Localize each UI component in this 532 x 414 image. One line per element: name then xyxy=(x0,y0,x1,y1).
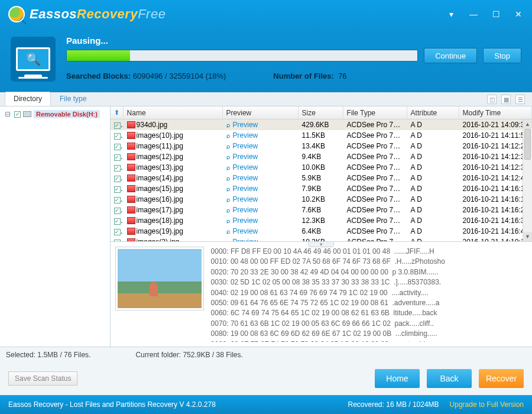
table-row[interactable]: ✓images(12).jpg⌕Preview9.4KBACDSee Pro 7… xyxy=(111,151,532,162)
row-checkbox[interactable]: ✓ xyxy=(114,133,121,140)
recover-button[interactable]: Recover xyxy=(479,369,524,388)
col-type[interactable]: File Type xyxy=(343,106,407,119)
continue-button[interactable]: Continue xyxy=(424,48,477,63)
col-name[interactable]: Name xyxy=(124,106,223,119)
table-row[interactable]: ✓images(13).jpg⌕Preview10.0KBACDSee Pro … xyxy=(111,162,532,173)
row-checkbox[interactable]: ✓ xyxy=(114,229,121,235)
file-name: images(14).jpg xyxy=(137,174,183,182)
action-bar: Save Scan Status Home Back Recover xyxy=(0,362,532,395)
magnify-icon: ⌕ xyxy=(226,164,231,171)
file-attribute: A D xyxy=(407,152,459,161)
file-type: ACDSee Pro 7… xyxy=(343,237,407,241)
scroll-down-icon[interactable]: ▼ xyxy=(523,232,532,241)
preview-link[interactable]: Preview xyxy=(233,216,258,225)
home-button[interactable]: Home xyxy=(375,369,420,388)
tab-directory[interactable]: Directory xyxy=(5,92,51,106)
preview-link[interactable]: Preview xyxy=(233,206,258,214)
close-button[interactable]: ✕ xyxy=(513,10,524,18)
table-row[interactable]: ✓images(18).jpg⌕Preview12.3KBACDSee Pro … xyxy=(111,215,532,226)
table-row[interactable]: ✓images(11).jpg⌕Preview13.4KBACDSee Pro … xyxy=(111,141,532,151)
row-checkbox[interactable]: ✓ xyxy=(114,122,121,129)
tree-root-checkbox[interactable]: ✓ xyxy=(14,111,21,118)
footer-recovered: Recovered: 16 MB / 1024MB xyxy=(348,400,439,409)
table-row[interactable]: ✓images(19).jpg⌕Preview6.4KBACDSee Pro 7… xyxy=(111,226,532,237)
col-preview[interactable]: Preview xyxy=(223,106,299,119)
scroll-thumb[interactable] xyxy=(524,129,531,160)
preview-link[interactable]: Preview xyxy=(233,195,258,203)
preview-link[interactable]: Preview xyxy=(233,163,258,172)
row-checkbox[interactable]: ✓ xyxy=(114,208,121,214)
table-row[interactable]: ✓images(15).jpg⌕Preview7.9KBACDSee Pro 7… xyxy=(111,183,532,194)
col-attr[interactable]: Attribute xyxy=(407,106,459,119)
window-controls: ▾ — ☐ ✕ xyxy=(446,10,524,18)
table-row[interactable]: ✓images(14).jpg⌕Preview5.9KBACDSee Pro 7… xyxy=(111,173,532,183)
maximize-button[interactable]: ☐ xyxy=(491,10,501,18)
file-type: ACDSee Pro 7… xyxy=(343,216,407,225)
row-checkbox[interactable]: ✓ xyxy=(114,165,121,172)
upgrade-link[interactable]: Upgrade to Full Version xyxy=(450,400,524,409)
row-checkbox[interactable]: ✓ xyxy=(114,144,121,150)
preview-link[interactable]: Preview xyxy=(233,121,258,129)
table-row[interactable]: ✓934d0.jpg⌕Preview429.6KBACDSee Pro 7…A … xyxy=(111,119,532,130)
image-file-icon xyxy=(127,143,135,150)
scan-monitor-icon: 🔍 xyxy=(11,37,56,82)
file-type: ACDSee Pro 7… xyxy=(343,163,407,172)
col-size[interactable]: Size xyxy=(299,106,343,119)
stop-button[interactable]: Stop xyxy=(483,48,521,63)
file-name: images(16).jpg xyxy=(137,195,183,203)
preview-link[interactable]: Preview xyxy=(233,174,258,182)
row-checkbox[interactable]: ✓ xyxy=(114,154,121,161)
table-row[interactable]: ✓images(10).jpg⌕Preview11.5KBACDSee Pro … xyxy=(111,130,532,141)
status-current: Current folder: 752.9KB / 38 Files. xyxy=(135,351,242,359)
file-attribute: A D xyxy=(407,163,459,172)
table-row[interactable]: ✓images(17).jpg⌕Preview7.6KBACDSee Pro 7… xyxy=(111,205,532,215)
file-attribute: A D xyxy=(407,195,459,204)
brand-part2: Recovery xyxy=(77,7,138,21)
file-size: 11.5KB xyxy=(299,131,343,140)
file-name: images(10).jpg xyxy=(137,131,183,140)
row-checkbox[interactable]: ✓ xyxy=(114,176,121,182)
app-brand: EassosRecoveryFree xyxy=(30,7,166,22)
view-list[interactable]: ☰ xyxy=(515,95,525,104)
settings-icon[interactable]: ▾ xyxy=(446,10,456,18)
file-mtime: 2016-10-21 14:12:30 xyxy=(459,152,532,161)
file-size: 13.4KB xyxy=(299,141,343,151)
back-button[interactable]: Back xyxy=(427,369,472,388)
preview-link[interactable]: Preview xyxy=(233,153,258,161)
image-file-icon xyxy=(127,196,135,203)
view-large-icons[interactable]: ◫ xyxy=(487,95,497,104)
file-type: ACDSee Pro 7… xyxy=(343,173,407,183)
file-type: ACDSee Pro 7… xyxy=(343,120,407,130)
col-mtime[interactable]: Modify Time xyxy=(459,106,532,119)
brand-part3: Free xyxy=(138,7,166,21)
file-type: ACDSee Pro 7… xyxy=(343,195,407,204)
footer-version: Eassos Recovery - Lost Files and Partiti… xyxy=(8,400,216,409)
row-checkbox[interactable]: ✓ xyxy=(114,197,121,203)
row-checkbox[interactable]: ✓ xyxy=(114,218,121,225)
tab-filetype[interactable]: File type xyxy=(51,92,95,106)
preview-link[interactable]: Preview xyxy=(233,227,258,235)
splitter-grip[interactable]: ▼ xyxy=(308,241,334,247)
preview-link[interactable]: Preview xyxy=(233,185,258,193)
preview-link[interactable]: Preview xyxy=(233,142,258,150)
table-row[interactable]: ✓images(16).jpg⌕Preview10.2KBACDSee Pro … xyxy=(111,194,532,205)
file-name: images(11).jpg xyxy=(137,142,183,150)
file-size: 10.3KB xyxy=(299,237,343,241)
save-scan-status-button[interactable]: Save Scan Status xyxy=(8,371,77,386)
tree-root-row[interactable]: ⊟ ✓ Removable Disk(H:) xyxy=(4,110,106,118)
scan-status-label: Pausing... xyxy=(66,35,521,46)
file-attribute: A D xyxy=(407,237,459,241)
table-row[interactable]: ✓images(2).jpg⌕Preview10.3KBACDSee Pro 7… xyxy=(111,237,532,241)
file-size: 5.9KB xyxy=(299,173,343,183)
file-type: ACDSee Pro 7… xyxy=(343,205,407,215)
col-check[interactable]: ⬆ xyxy=(111,106,124,119)
view-small-icons[interactable]: ▦ xyxy=(501,95,511,104)
preview-link[interactable]: Preview xyxy=(233,131,258,140)
tree-collapse-icon[interactable]: ⊟ xyxy=(4,110,12,118)
vertical-scrollbar[interactable]: ▲ ▼ xyxy=(523,119,532,241)
minimize-button[interactable]: — xyxy=(468,10,479,18)
row-checkbox[interactable]: ✓ xyxy=(114,186,121,193)
table-header: ⬆ Name Preview Size File Type Attribute … xyxy=(111,106,532,119)
tree-pane: ⊟ ✓ Removable Disk(H:) xyxy=(0,106,111,347)
scroll-up-icon[interactable]: ▲ xyxy=(523,119,532,129)
